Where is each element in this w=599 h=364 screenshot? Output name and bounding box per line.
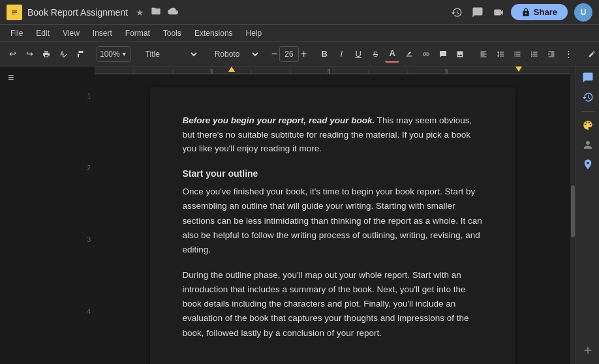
share-label: Share — [534, 7, 557, 17]
add-icon[interactable] — [582, 344, 594, 356]
comment-icon[interactable] — [472, 7, 484, 18]
font-size-increase[interactable]: + — [300, 49, 308, 59]
document-scroll-area[interactable]: Before you begin your report, read your … — [95, 74, 570, 364]
sidebar-divider — [581, 111, 594, 112]
svg-rect-3 — [12, 14, 15, 14]
paragraph-1: Before you begin your report, read your … — [183, 114, 483, 156]
print-button[interactable] — [39, 46, 54, 63]
cloud-icon[interactable] — [168, 6, 178, 18]
para1-bold: Before you begin your report, read your … — [183, 115, 375, 125]
user-avatar[interactable]: U — [574, 3, 592, 22]
drawing-button[interactable] — [585, 46, 599, 63]
document-page: Before you begin your report, read your … — [150, 87, 515, 364]
menu-view[interactable]: View — [57, 27, 85, 39]
person-icon[interactable] — [582, 139, 594, 151]
main-area: ≡ 1 2 3 4 1 2 3 — [0, 67, 599, 364]
ruler-container: 1 2 3 Before you begin your report, read… — [95, 67, 570, 364]
chat-bubble-icon[interactable] — [582, 72, 594, 83]
menu-insert[interactable]: Insert — [87, 27, 117, 39]
zoom-selector[interactable]: 100% ▼ — [97, 46, 131, 62]
title-right: Share U — [451, 3, 592, 22]
paint-format-button[interactable] — [73, 46, 87, 63]
zoom-value: 100% — [100, 50, 120, 59]
highlight-button[interactable] — [402, 46, 416, 63]
menu-tools[interactable]: Tools — [158, 27, 187, 39]
star-icon[interactable]: ★ — [136, 7, 144, 18]
top-icons — [451, 7, 504, 18]
share-button[interactable]: Share — [511, 4, 568, 20]
video-icon[interactable] — [493, 7, 504, 18]
horizontal-ruler: 1 2 3 — [95, 67, 570, 74]
insert-image-button[interactable] — [453, 46, 467, 63]
menu-bar: File Edit View Insert Format Tools Exten… — [0, 25, 599, 42]
link-button[interactable] — [419, 46, 433, 63]
history-side-icon[interactable] — [582, 91, 594, 103]
svg-marker-17 — [228, 67, 235, 72]
spellcheck-button[interactable] — [56, 46, 70, 63]
vertical-scrollbar[interactable] — [570, 67, 576, 364]
svg-text:3: 3 — [444, 68, 447, 73]
title-bar: Book Report Assignment ★ Share U — [0, 0, 599, 25]
bullets-button[interactable] — [510, 46, 525, 63]
sidebar-toggle[interactable]: ≡ — [8, 72, 14, 83]
undo-button[interactable]: ↩ — [5, 46, 20, 63]
font-size-input[interactable]: 26 — [279, 46, 299, 62]
paragraph-3: During the outline phase, you'll map out… — [183, 268, 483, 341]
doc-title: Book Report Assignment — [27, 7, 128, 18]
bold-button[interactable]: B — [317, 46, 331, 63]
menu-extensions[interactable]: Extensions — [189, 27, 238, 39]
font-size-decrease[interactable]: − — [270, 49, 279, 59]
strikethrough-button[interactable]: S — [368, 46, 382, 63]
font-size-control: − 26 + — [270, 46, 309, 62]
folder-icon[interactable] — [151, 6, 161, 18]
page-num-2: 2 — [87, 164, 91, 172]
underline-button[interactable]: U — [351, 46, 365, 63]
svg-rect-2 — [12, 12, 17, 12]
align-button[interactable] — [476, 46, 491, 63]
svg-text:2: 2 — [327, 68, 330, 73]
map-pin-icon[interactable] — [582, 159, 594, 170]
indent-button[interactable] — [544, 46, 559, 63]
menu-file[interactable]: File — [5, 27, 28, 39]
style-dropdown[interactable]: TitleNormal textHeading 1 — [140, 46, 200, 63]
redo-button[interactable]: ↪ — [22, 46, 37, 63]
font-color-button[interactable]: A — [385, 46, 399, 63]
history-icon[interactable] — [451, 7, 463, 18]
left-margin: ≡ 1 2 3 4 — [0, 67, 95, 364]
toolbar: ↩ ↪ 100% ▼ TitleNormal textHeading 1 Rob… — [0, 42, 599, 67]
page-num-3: 3 — [87, 236, 91, 243]
palette-icon[interactable] — [582, 119, 594, 131]
title-icons: ★ — [136, 6, 178, 18]
svg-rect-1 — [12, 10, 17, 11]
menu-edit[interactable]: Edit — [31, 27, 55, 39]
menu-help[interactable]: Help — [241, 27, 268, 39]
font-dropdown[interactable]: RobotoArialTimes New Roman — [209, 46, 261, 63]
page-num-1: 1 — [87, 93, 91, 100]
insert-comment-button[interactable] — [436, 46, 450, 63]
menu-format[interactable]: Format — [120, 27, 155, 39]
more-options-button[interactable]: ⋮ — [561, 46, 576, 63]
page-num-4: 4 — [87, 308, 91, 315]
italic-button[interactable]: I — [334, 46, 348, 63]
scrollbar-thumb[interactable] — [571, 185, 575, 237]
svg-text:1: 1 — [209, 68, 212, 73]
paragraph-2: Once you've finished your book, it's tim… — [183, 185, 483, 257]
app-logo — [7, 5, 22, 20]
numbering-button[interactable] — [527, 46, 542, 63]
svg-marker-18 — [515, 67, 522, 72]
section-heading-outline: Start your outline — [183, 166, 483, 181]
right-sidebar — [576, 67, 599, 364]
line-spacing-button[interactable] — [493, 46, 508, 63]
